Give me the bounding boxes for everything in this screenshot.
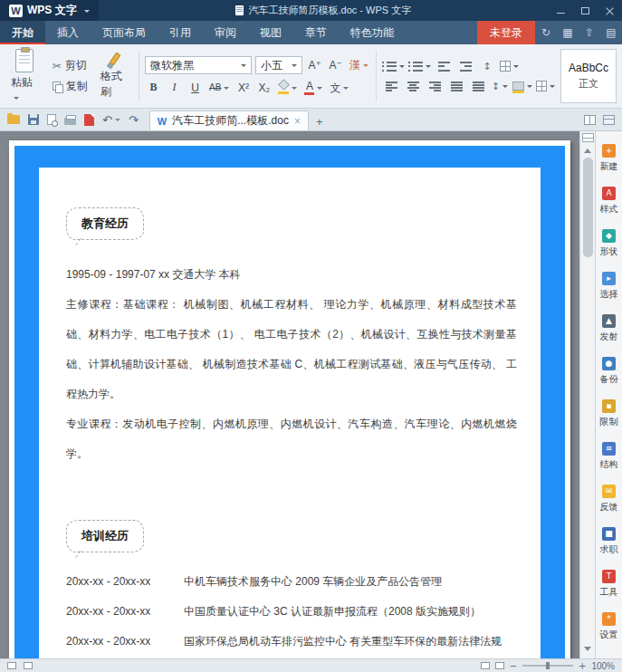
- export-pdf-button[interactable]: [84, 114, 94, 126]
- scrollbar-thumb[interactable]: [583, 158, 593, 257]
- document-canvas[interactable]: 教育经历 1995-09 - 1997-07 xx 交通大学 本科 主修课程：基…: [0, 131, 579, 658]
- align-center-button[interactable]: [404, 79, 422, 94]
- zoom-slider-knob[interactable]: [546, 662, 550, 669]
- close-button[interactable]: [598, 0, 622, 21]
- format-painter-button[interactable]: 格式刷: [97, 49, 133, 103]
- training-row[interactable]: 20xx-xx - 20xx-xx 国家环保总局机动车排污监控中心 有关重型车环…: [66, 627, 517, 657]
- sidebar-item-styles[interactable]: A 样式: [596, 179, 622, 222]
- italic-button[interactable]: I: [166, 79, 183, 96]
- line-spacing-button[interactable]: ↕: [491, 79, 509, 94]
- sort-button[interactable]: ↕: [478, 59, 496, 74]
- shading-button[interactable]: [512, 79, 532, 94]
- sidebar-item-settings[interactable]: * 设置: [596, 605, 622, 648]
- decrease-indent-button[interactable]: [435, 59, 453, 74]
- scroll-down-arrow[interactable]: [584, 647, 591, 655]
- education-heading[interactable]: 教育经历: [66, 207, 144, 240]
- app-menu-button[interactable]: W WPS 文字: [0, 0, 99, 21]
- apps-grid-icon[interactable]: ▦: [557, 21, 579, 44]
- tab-home[interactable]: 开始: [0, 21, 45, 44]
- page-content[interactable]: 教育经历 1995-09 - 1997-07 xx 交通大学 本科 主修课程：基…: [39, 168, 541, 658]
- training-row[interactable]: 20xx-xx - 20xx-xx 中国质量认证中心 3C 认证最新申报流程（2…: [66, 597, 517, 627]
- backup-icon: ●: [602, 357, 616, 370]
- tab-section[interactable]: 章节: [293, 21, 339, 44]
- justify-button[interactable]: [447, 79, 465, 94]
- sidebar-item-feedback[interactable]: ✉ 反馈: [596, 477, 622, 520]
- print-preview-button[interactable]: [47, 114, 56, 125]
- zoom-level[interactable]: 100%: [591, 661, 615, 671]
- professional-courses-paragraph[interactable]: 专业课程：发动机电子控制、内燃机原理、内燃机设计、汽车构造、汽车理论、内燃机燃烧…: [66, 409, 517, 469]
- sidebar-item-structure[interactable]: ≡ 结构: [596, 435, 622, 477]
- split-view-icon[interactable]: [584, 115, 596, 125]
- save-button[interactable]: [28, 114, 39, 125]
- major-courses-paragraph[interactable]: 主修课程：基础课程： 机械制图、机械工程材料、 理论力学、机械原理、材料成型技术…: [66, 290, 517, 409]
- show-marks-button[interactable]: [500, 59, 519, 74]
- redo-button[interactable]: ↷: [129, 113, 139, 127]
- chinese-convert-button[interactable]: 漢: [348, 57, 370, 74]
- list-icon[interactable]: ▤: [600, 21, 622, 44]
- sidebar-item-launch[interactable]: ▲ 发射: [596, 307, 622, 350]
- sidebar-item-restrict[interactable]: ▪ 限制: [596, 392, 622, 435]
- page-info-icon[interactable]: [7, 662, 16, 669]
- document-tab[interactable]: W 汽车工技师简...模板.doc ×: [149, 110, 309, 130]
- align-left-button[interactable]: [382, 79, 400, 94]
- login-button[interactable]: 未登录: [477, 21, 535, 44]
- copy-button[interactable]: 复制: [49, 78, 91, 95]
- upgrade-icon[interactable]: ⇧: [579, 21, 600, 44]
- sidebar-item-job[interactable]: ■ 求职: [596, 520, 622, 562]
- style-gallery[interactable]: AaBbCc 正文: [560, 49, 617, 103]
- sidebar-item-tools[interactable]: T 工具: [596, 562, 622, 605]
- distribute-button[interactable]: [469, 79, 487, 94]
- tab-insert[interactable]: 插入: [45, 21, 91, 44]
- tab-special-features[interactable]: 特色功能: [339, 21, 406, 44]
- cut-button[interactable]: ✂ 剪切: [49, 57, 91, 74]
- minimize-button[interactable]: [549, 0, 573, 21]
- shrink-font-button[interactable]: A⁻: [327, 57, 344, 74]
- highlight-color-button[interactable]: [276, 79, 299, 96]
- refresh-icon[interactable]: ↻: [535, 21, 557, 44]
- sidebar-item-shapes[interactable]: ◆ 形状: [596, 222, 622, 264]
- sidebar-item-backup[interactable]: ● 备份: [596, 350, 622, 392]
- web-view-icon[interactable]: [495, 662, 504, 669]
- sidebar-item-new[interactable]: + 新建: [596, 137, 622, 179]
- font-color-button[interactable]: A: [302, 79, 324, 96]
- tab-view[interactable]: 视图: [248, 21, 293, 44]
- tab-references[interactable]: 引用: [158, 21, 203, 44]
- close-tab-icon[interactable]: ×: [294, 115, 301, 128]
- tab-review[interactable]: 审阅: [203, 21, 248, 44]
- scroll-up-arrow[interactable]: [584, 145, 591, 153]
- word-count-icon[interactable]: [24, 662, 33, 669]
- grow-font-button[interactable]: A⁺: [306, 57, 323, 74]
- bullet-list-button[interactable]: [382, 59, 405, 74]
- superscript-button[interactable]: X²: [234, 79, 252, 96]
- vertical-scrollbar[interactable]: [579, 131, 595, 658]
- open-file-button[interactable]: [7, 115, 20, 124]
- maximize-button[interactable]: [573, 0, 598, 21]
- underline-button[interactable]: U: [187, 79, 204, 96]
- new-tab-button[interactable]: +: [311, 112, 329, 130]
- align-right-button[interactable]: [426, 79, 444, 94]
- tab-page-layout[interactable]: 页面布局: [91, 21, 158, 44]
- training-heading[interactable]: 培训经历: [66, 520, 144, 552]
- numbered-list-button[interactable]: [408, 59, 431, 74]
- zoom-slider[interactable]: [522, 665, 573, 667]
- subscript-button[interactable]: X₂: [255, 79, 273, 96]
- document-page[interactable]: 教育经历 1995-09 - 1997-07 xx 交通大学 本科 主修课程：基…: [9, 140, 570, 658]
- font-name-select[interactable]: 微软雅黑: [145, 56, 252, 74]
- pinyin-guide-button[interactable]: 文: [328, 79, 350, 96]
- bold-button[interactable]: B: [145, 79, 162, 96]
- training-row[interactable]: 20xx-xx - 20xx-xx 中机车辆技术服务中心 2009 车辆企业及产…: [66, 567, 517, 597]
- task-window-icon[interactable]: [603, 115, 615, 125]
- zoom-out-button[interactable]: −: [510, 661, 517, 671]
- print-button[interactable]: [64, 115, 76, 125]
- increase-indent-button[interactable]: [456, 59, 474, 74]
- sidebar-item-select[interactable]: ▸ 选择: [596, 264, 622, 307]
- borders-button[interactable]: [536, 79, 555, 94]
- education-line[interactable]: 1995-09 - 1997-07 xx 交通大学 本科: [66, 260, 517, 290]
- undo-button[interactable]: ↶: [102, 113, 120, 127]
- zoom-in-button[interactable]: +: [579, 661, 586, 671]
- paste-button[interactable]: 粘贴: [5, 49, 43, 103]
- font-size-select[interactable]: 小五: [255, 56, 302, 74]
- page-view-icon[interactable]: [481, 662, 490, 669]
- split-screen-icon[interactable]: [582, 133, 594, 142]
- strikethrough-button[interactable]: AB: [207, 79, 231, 96]
